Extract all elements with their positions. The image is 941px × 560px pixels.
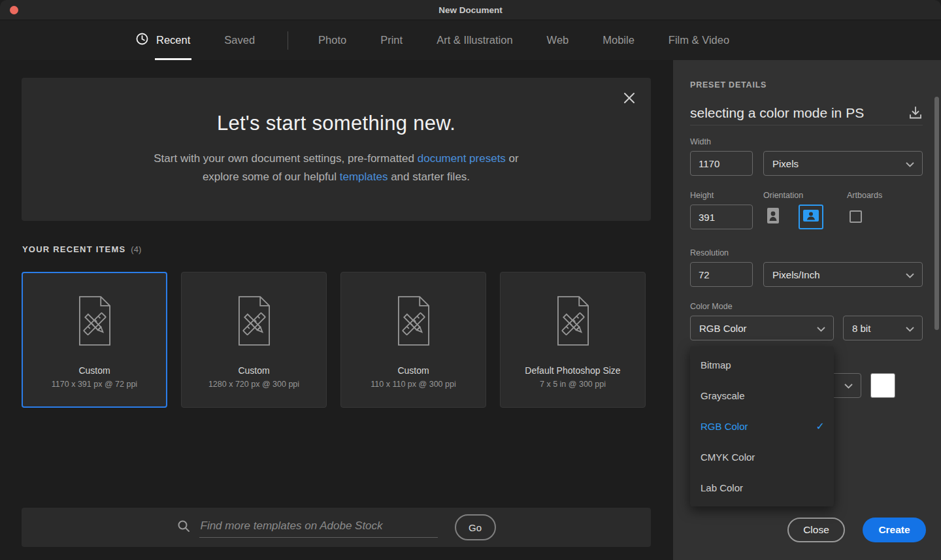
tab-label: Recent (155, 34, 191, 46)
color-mode-value: RGB Color (699, 323, 747, 334)
bit-depth-select[interactable]: 8 bit (843, 316, 923, 340)
category-tabbar: Recent Saved Photo Print Art & Illustrat… (0, 20, 941, 60)
tab-label: Photo (317, 34, 348, 46)
hero-banner: Let's start something new. Start with yo… (22, 78, 651, 221)
recent-item-card[interactable]: Custom 1280 x 720 px @ 300 ppi (181, 272, 327, 408)
recent-item-card[interactable]: Custom 1170 x 391 px @ 72 ppi (22, 272, 167, 408)
create-button[interactable]: Create (863, 518, 926, 542)
artboards-checkbox[interactable] (850, 210, 862, 223)
menu-item-cmyk-color[interactable]: CMYK Color (690, 442, 834, 472)
document-template-icon (550, 295, 597, 350)
menu-item-grayscale[interactable]: Grayscale (690, 380, 834, 411)
tab-print[interactable]: Print (379, 20, 404, 60)
chevron-down-icon (844, 380, 853, 391)
document-template-icon (231, 295, 278, 350)
tab-film-video[interactable]: Film & Video (667, 20, 731, 60)
checkmark-icon: ✓ (816, 420, 825, 433)
menu-item-label: Grayscale (701, 390, 745, 401)
menu-item-lab-color[interactable]: Lab Color (690, 472, 834, 503)
resolution-label: Resolution (690, 248, 729, 257)
recent-item-title: Custom (78, 365, 110, 376)
orientation-label: Orientation (763, 191, 803, 200)
adobe-stock-search-bar: Go (22, 508, 651, 547)
hero-text: and starter files. (388, 171, 470, 183)
menu-item-label: CMYK Color (701, 452, 755, 463)
tab-photo[interactable]: Photo (317, 20, 348, 60)
width-unit-value: Pixels (772, 158, 799, 169)
tab-art-illustration[interactable]: Art & Illustration (435, 20, 514, 60)
recent-item-dimensions: 1170 x 391 px @ 72 ppi (52, 380, 137, 389)
menu-item-bitmap[interactable]: Bitmap (690, 350, 834, 380)
width-unit-select[interactable]: Pixels (763, 151, 923, 176)
menu-item-rgb-color[interactable]: RGB Color ✓ (690, 411, 834, 442)
window-title: New Document (438, 5, 503, 15)
width-label: Width (690, 137, 711, 146)
window-titlebar: New Document (0, 0, 941, 20)
document-template-icon (390, 295, 437, 350)
recent-item-title: Custom (238, 365, 269, 376)
new-document-dialog: New Document Recent Saved Photo Print Ar… (0, 0, 941, 560)
hero-text: Start with your own document settings, p… (154, 152, 417, 165)
search-input[interactable] (199, 517, 438, 538)
recent-items-count: (4) (131, 244, 141, 254)
chevron-down-icon (906, 269, 914, 280)
resolution-input[interactable] (690, 262, 753, 287)
recent-item-dimensions: 110 x 110 px @ 300 ppi (371, 380, 455, 389)
tab-mobile[interactable]: Mobile (601, 20, 636, 60)
window-close-button[interactable] (10, 6, 18, 14)
orientation-landscape-button[interactable] (799, 205, 823, 229)
height-input[interactable] (690, 205, 753, 229)
width-input[interactable] (690, 151, 753, 176)
orientation-portrait-button[interactable] (762, 205, 784, 229)
document-template-icon (71, 295, 118, 350)
hero-text: or (506, 152, 519, 165)
tab-label: Print (379, 34, 404, 46)
save-preset-icon[interactable] (908, 106, 923, 120)
menu-item-label: Bitmap (701, 359, 731, 371)
tab-web[interactable]: Web (546, 20, 570, 60)
tab-recent[interactable]: Recent (136, 20, 191, 60)
hero-subtitle: Start with your own document settings, p… (22, 150, 651, 186)
clock-icon (136, 33, 148, 48)
hero-title: Let's start something new. (22, 112, 651, 135)
resolution-unit-select[interactable]: Pixels/Inch (763, 262, 923, 287)
tab-divider (288, 31, 288, 50)
panel-scrollbar-thumb[interactable] (934, 97, 939, 330)
color-mode-label: Color Mode (690, 302, 733, 311)
preset-details-heading: PRESET DETAILS (690, 80, 767, 90)
preset-name-row: selecting a color mode in PS (690, 101, 923, 125)
recent-item-title: Custom (397, 365, 429, 376)
bit-depth-value: 8 bit (852, 323, 870, 334)
chevron-down-icon (817, 323, 825, 334)
color-mode-dropdown-menu: Bitmap Grayscale RGB Color ✓ CMYK Color … (690, 346, 834, 506)
preset-details-panel: PRESET DETAILS selecting a color mode in… (673, 60, 941, 560)
tab-label: Film & Video (667, 34, 731, 46)
tab-label: Saved (223, 34, 256, 46)
search-icon (177, 519, 190, 535)
hero-text: explore some of our helpful (203, 171, 340, 183)
close-icon[interactable] (622, 91, 636, 105)
recent-item-dimensions: 1280 x 720 px @ 300 ppi (208, 380, 299, 389)
color-mode-select[interactable]: RGB Color (690, 316, 834, 340)
recent-items-heading: YOUR RECENT ITEMS(4) (22, 244, 141, 254)
tab-label: Art & Illustration (435, 34, 514, 46)
document-presets-link[interactable]: document presets (418, 152, 506, 165)
landscape-orientation-icon (802, 209, 819, 225)
menu-item-label: RGB Color (701, 421, 748, 432)
recent-item-dimensions: 7 x 5 in @ 300 ppi (540, 380, 606, 389)
resolution-unit-value: Pixels/Inch (772, 269, 820, 280)
menu-item-label: Lab Color (701, 482, 743, 493)
templates-link[interactable]: templates (340, 171, 388, 183)
chevron-down-icon (906, 323, 914, 334)
tab-saved[interactable]: Saved (223, 20, 256, 60)
tab-label: Web (546, 34, 570, 46)
tab-label: Mobile (601, 34, 636, 46)
recent-item-card[interactable]: Custom 110 x 110 px @ 300 ppi (340, 272, 486, 408)
background-color-swatch[interactable] (870, 373, 895, 398)
preset-name-input[interactable]: selecting a color mode in PS (690, 105, 903, 121)
recent-item-card[interactable]: Default Photoshop Size 7 x 5 in @ 300 pp… (500, 272, 646, 408)
recent-items-grid: Custom 1170 x 391 px @ 72 ppi Custom 128… (22, 272, 646, 408)
height-label: Height (690, 191, 714, 200)
go-button[interactable]: Go (455, 514, 496, 540)
close-button[interactable]: Close (787, 518, 845, 542)
